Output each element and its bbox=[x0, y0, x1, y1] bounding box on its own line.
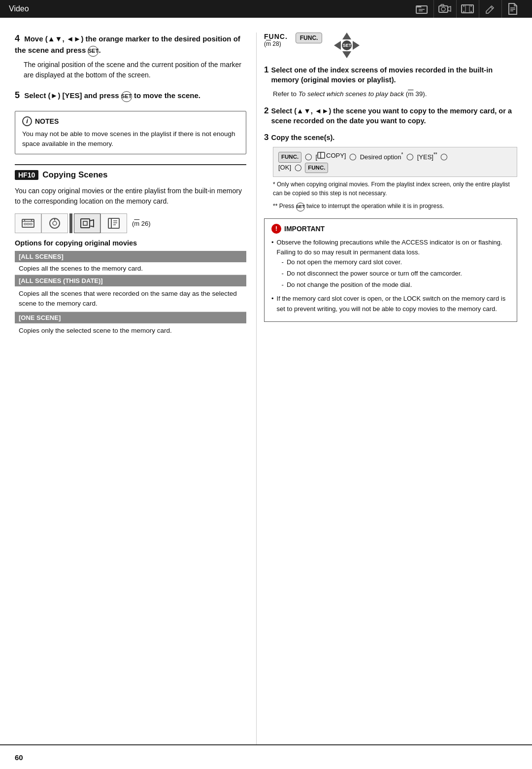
step-3-block: 3 Copy the scene(s). FUNC. ◯ [ COPY] ◯ D… bbox=[264, 133, 517, 211]
option-header-1: [ALL SCENES] bbox=[15, 251, 246, 262]
dpad-left bbox=[334, 41, 341, 50]
func-label: FUNC. bbox=[264, 33, 288, 40]
func-badge-2: FUNC. bbox=[305, 163, 328, 173]
sub-dash-2: - Do not disconnect the power source or … bbox=[282, 269, 510, 279]
icon-document bbox=[501, 0, 523, 18]
hf10-label: HF10 Copying Scenes bbox=[15, 170, 108, 180]
page-number: 60 bbox=[15, 753, 23, 762]
func-button: FUNC. bbox=[296, 33, 323, 43]
svg-rect-22 bbox=[27, 223, 29, 225]
important-bullet-2-text: If the memory card slot cover is open, o… bbox=[277, 294, 510, 314]
svg-rect-5 bbox=[441, 4, 444, 6]
footnote-1: * Only when copying original movies. Fro… bbox=[273, 180, 517, 198]
step-2-num: 2 bbox=[264, 106, 268, 116]
step-3-text: Copy the scene(s). bbox=[271, 133, 334, 142]
hf10-title: Copying Scenes bbox=[42, 170, 107, 180]
option-desc-2: Copies all the scenes that were recorded… bbox=[15, 286, 246, 312]
notes-label: NOTES bbox=[35, 117, 59, 125]
left-column: 4 Move (▲▼, ◄►) the orange marker to the… bbox=[15, 33, 256, 744]
option-one-scene-desc: Copies only the selected scene to the me… bbox=[15, 323, 246, 338]
option-desc-3: Copies only the selected scene to the me… bbox=[15, 323, 246, 338]
icon-separator bbox=[69, 213, 72, 233]
step-4-num: 4 bbox=[15, 34, 20, 43]
right-column: FUNC. (m 28) FUNC. SET 1 Select one of t… bbox=[256, 33, 517, 744]
important-icon: ! bbox=[271, 224, 281, 234]
dpad-down bbox=[342, 51, 351, 58]
svg-rect-7 bbox=[463, 5, 465, 7]
dash-text-3: Do not change the position of the mode d… bbox=[287, 280, 412, 290]
svg-point-4 bbox=[441, 7, 445, 11]
icon-folder bbox=[411, 0, 432, 18]
icon-cell-4 bbox=[100, 213, 127, 233]
svg-rect-27 bbox=[81, 219, 90, 228]
dash-text-2: Do not disconnect the power source or tu… bbox=[287, 269, 462, 279]
step-1-body: Refer to To select which scenes to play … bbox=[273, 89, 517, 99]
important-label: IMPORTANT bbox=[284, 225, 325, 233]
step-5-num: 5 bbox=[15, 90, 20, 100]
important-header: ! IMPORTANT bbox=[271, 224, 510, 234]
dash-text-1: Do not open the memory card slot cover. bbox=[287, 257, 402, 267]
svg-rect-23 bbox=[30, 223, 32, 225]
notes-header: i NOTES bbox=[22, 116, 239, 126]
hf10-intro: You can copy original movies or the enti… bbox=[15, 186, 246, 207]
func-header: FUNC. (m 28) FUNC. SET bbox=[264, 33, 517, 58]
func-page: (m 28) bbox=[264, 40, 281, 47]
icon-film bbox=[456, 0, 478, 18]
copy-options-table: [ALL SCENES] Copies all the scenes to th… bbox=[15, 251, 246, 338]
step-1-body-italic: To select which scenes to play back bbox=[299, 90, 404, 98]
notes-box: i NOTES You may not be able to move scen… bbox=[15, 111, 246, 155]
step-4-title: 4 Move (▲▼, ◄►) the orange marker to the… bbox=[15, 33, 246, 57]
main-content: 4 Move (▲▼, ◄►) the orange marker to the… bbox=[0, 18, 532, 744]
step-1-num: 1 bbox=[264, 65, 268, 75]
step-2-title: 2 Select (▲▼, ◄►) the scene you want to … bbox=[264, 106, 517, 126]
svg-rect-30 bbox=[111, 218, 119, 228]
set-btn-footnote: SET bbox=[296, 203, 305, 211]
hf10-badge: HF10 bbox=[15, 170, 38, 180]
svg-point-25 bbox=[53, 221, 57, 225]
important-bullet-2: • If the memory card slot cover is open,… bbox=[271, 294, 510, 314]
option-all-scenes-date: [ALL SCENES (THIS DATE)] bbox=[15, 275, 246, 287]
step-5-block: 5 Select (►) [YES] and press SET to move… bbox=[15, 89, 246, 102]
func-label-block: FUNC. (m 28) bbox=[264, 33, 288, 47]
step-5-text: Select (►) [YES] and press SET to move t… bbox=[24, 91, 200, 100]
important-box: ! IMPORTANT • Observe the following prec… bbox=[264, 218, 517, 322]
svg-line-13 bbox=[491, 7, 493, 9]
top-icon-row bbox=[411, 0, 523, 18]
top-bar: Video bbox=[0, 0, 532, 18]
step-1-title: 1 Select one of the index screens of mov… bbox=[264, 65, 517, 85]
icon-camera bbox=[433, 0, 455, 18]
option-desc-1: Copies all the scenes to the memory card… bbox=[15, 262, 246, 275]
icon-row: (m 26) bbox=[15, 213, 246, 233]
step-2-text: Select (▲▼, ◄►) the scene you want to co… bbox=[271, 106, 517, 126]
bottom-bar: 60 bbox=[0, 744, 532, 769]
svg-rect-9 bbox=[470, 5, 472, 7]
svg-rect-35 bbox=[321, 152, 325, 158]
option-all-scenes: [ALL SCENES] bbox=[15, 251, 246, 262]
option-header-2: [ALL SCENES (THIS DATE)] bbox=[15, 275, 246, 287]
step-3-num: 3 bbox=[264, 133, 268, 142]
dpad-up bbox=[342, 33, 351, 39]
svg-rect-8 bbox=[463, 11, 465, 13]
step-4-block: 4 Move (▲▼, ◄►) the orange marker to the… bbox=[15, 33, 246, 80]
step-1-block: 1 Select one of the index screens of mov… bbox=[264, 65, 517, 99]
sub-dash-1: - Do not open the memory card slot cover… bbox=[282, 257, 510, 267]
func-badge-1: FUNC. bbox=[278, 152, 301, 162]
icon-edit bbox=[479, 0, 500, 18]
dpad-right bbox=[353, 41, 360, 50]
important-body: • Observe the following precautions whil… bbox=[271, 238, 510, 314]
hf10-section: HF10 Copying Scenes You can copy origina… bbox=[15, 164, 246, 338]
page-title: Video bbox=[9, 4, 29, 13]
step-1-text: Select one of the index screens of movie… bbox=[271, 65, 517, 85]
important-bullet-1-text: Observe the following precautions while … bbox=[277, 238, 510, 292]
step-3-title: 3 Copy the scene(s). bbox=[264, 133, 517, 142]
dpad-center: SET bbox=[342, 40, 352, 50]
step-4-text: Move (▲▼, ◄►) the orange marker to the d… bbox=[15, 35, 240, 54]
sub-dash-3: - Do not change the position of the mode… bbox=[282, 280, 510, 290]
option-all-scenes-desc: Copies all the scenes to the memory card… bbox=[15, 262, 246, 275]
copy-icon: COPY] bbox=[317, 151, 346, 161]
step-4-body: The original position of the scene and t… bbox=[24, 60, 246, 80]
step-2-block: 2 Select (▲▼, ◄►) the scene you want to … bbox=[264, 106, 517, 126]
svg-rect-21 bbox=[24, 223, 26, 225]
option-header-3: [ONE SCENE] bbox=[15, 312, 246, 323]
notes-icon: i bbox=[22, 116, 32, 126]
